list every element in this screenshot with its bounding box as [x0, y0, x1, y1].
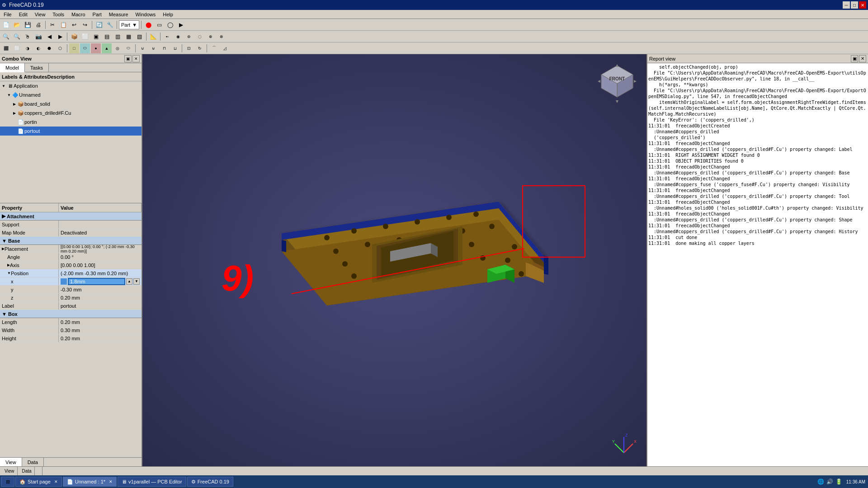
combo-close-button[interactable]: ✕ — [132, 55, 140, 62]
tb-zoom-in[interactable]: 🔍 — [12, 32, 22, 42]
tree-row-portin[interactable]: ▶ 📄 portin — [0, 117, 142, 127]
tb-redo[interactable]: ↪ — [80, 20, 90, 30]
prop-val-mapmode[interactable]: Deactivated — [59, 229, 142, 236]
prop-val-support[interactable] — [59, 221, 142, 228]
maximize-button[interactable]: □ — [851, 1, 858, 9]
prop-val-width[interactable]: 0.30 mm — [59, 326, 142, 334]
tree-row-portout[interactable]: ▶ 📄 portout — [0, 127, 142, 136]
taskbar-btn-freecad[interactable]: ⚙ FreeCAD 0.19 — [187, 477, 233, 487]
prop-val-placement[interactable]: [(0.00 0.00 1.00); 0.00 °; (-2.00 mm -0.… — [59, 245, 142, 253]
prop-val-height[interactable]: 0.20 mm — [59, 334, 142, 342]
tb-camera[interactable]: 📷 — [33, 32, 43, 42]
tb-b1[interactable]: ▪▫ — [162, 32, 172, 42]
status-data-tab[interactable]: Data — [19, 467, 35, 475]
tb-prev-view[interactable]: ◀ — [44, 32, 54, 42]
tb-save[interactable]: 💾 — [23, 20, 33, 30]
workbench-dropdown[interactable]: Part ▼ — [119, 20, 139, 29]
tab-model[interactable]: Model — [0, 63, 25, 72]
menu-view[interactable]: View — [31, 10, 49, 19]
x-value-input[interactable]: 1.8mm — [68, 278, 125, 285]
tb-next-view[interactable]: ▶ — [55, 32, 65, 42]
menu-measure[interactable]: Measure — [105, 10, 132, 19]
tb-b5[interactable]: ⊕ — [206, 32, 216, 42]
prop-val-x[interactable]: 1.8mm ▲ ▼ — [59, 277, 142, 285]
menu-tools[interactable]: Tools — [49, 10, 68, 19]
tb-copy[interactable]: 📋 — [58, 20, 68, 30]
taskbar-btn-unnamed[interactable]: 📄 Unnamed : 1* ✕ — [63, 477, 117, 487]
prop-val-label[interactable]: portout — [59, 302, 142, 310]
tb-back[interactable]: ▣ — [91, 32, 101, 42]
startpage-close-icon[interactable]: ✕ — [54, 479, 58, 484]
props-section-box[interactable]: ▼ Box — [0, 310, 142, 318]
props-section-attachment[interactable]: ▶ Attachment — [0, 212, 142, 221]
tb-play[interactable]: ▶ — [176, 20, 186, 30]
tb-measure[interactable]: 📐 — [148, 32, 158, 42]
tb-b4[interactable]: ◌ — [195, 32, 205, 42]
prop-val-angle[interactable]: 0.00 ° — [59, 253, 142, 261]
taskbar-btn-startpage[interactable]: 🏠 Start page ✕ — [15, 477, 62, 487]
tb-b3[interactable]: ⊚ — [184, 32, 194, 42]
x-spin-up[interactable]: ▲ — [126, 278, 132, 285]
tb-undo[interactable]: ↩ — [69, 20, 79, 30]
tab-view[interactable]: View — [0, 458, 22, 466]
tb-tube[interactable]: ⬭ — [123, 43, 133, 53]
combo-undock-button[interactable]: ▣ — [124, 55, 132, 62]
prop-val-length[interactable]: 0.20 mm — [59, 318, 142, 326]
tree-row-application[interactable]: ▼ 🖥 Application — [0, 81, 142, 90]
prop-val-z[interactable]: 0.20 mm — [59, 294, 142, 301]
tb-bool4[interactable]: ⊔ — [170, 43, 180, 53]
tb-torus[interactable]: ◎ — [113, 43, 123, 53]
tb-b2[interactable]: ◉ — [173, 32, 183, 42]
tb-stop[interactable]: ⬤ — [143, 20, 153, 30]
tb-c3[interactable]: ◑ — [23, 43, 33, 53]
taskbar-btn-pcb[interactable]: 🖥 v1parallel — PCB Editor — [118, 477, 186, 487]
menu-help[interactable]: Help — [159, 10, 177, 19]
report-undock-button[interactable]: ▣ — [851, 55, 858, 62]
menu-part[interactable]: Part — [89, 10, 105, 19]
tb-rect[interactable]: ▭ — [154, 20, 164, 30]
tree-row-board-solid[interactable]: ▶ 📦 board_solid — [0, 99, 142, 108]
tb-cylinder[interactable]: ⬭ — [80, 43, 90, 53]
viewport[interactable]: 9) FRONT — [142, 54, 646, 466]
tb-3d-box[interactable]: 📦 — [69, 32, 79, 42]
tb-c1[interactable]: ⬛ — [1, 43, 11, 53]
tb-open[interactable]: 📂 — [12, 20, 22, 30]
tb-extrude[interactable]: ⊡ — [184, 43, 194, 53]
tb-c6[interactable]: ⬡ — [55, 43, 65, 53]
tb-refresh[interactable]: 🔄 — [94, 20, 104, 30]
status-view-tab[interactable]: View — [2, 467, 18, 475]
tb-revolve[interactable]: ↻ — [195, 43, 205, 53]
tb-fillet[interactable]: ⌒ — [209, 43, 219, 53]
report-content[interactable]: self.objectChanged(obj, prop) File "C:\U… — [647, 63, 868, 466]
tb-chamfer[interactable]: ◿ — [220, 43, 230, 53]
tb-sphere-s[interactable]: ● — [91, 43, 101, 53]
tree-row-unnamed[interactable]: ▼ 🔷 Unnamed — [0, 90, 142, 99]
menu-file[interactable]: File — [0, 10, 15, 19]
prop-val-position[interactable]: (-2.00 mm -0.30 mm 0.20 mm) — [59, 269, 142, 277]
props-section-base[interactable]: ▼ Base — [0, 237, 142, 245]
prop-val-axis[interactable]: [0.00 0.00 1.00] — [59, 261, 142, 269]
close-button[interactable]: ✕ — [859, 1, 866, 9]
tb-new[interactable]: 📄 — [1, 20, 11, 30]
x-spin-down[interactable]: ▼ — [133, 278, 140, 285]
tb-cut[interactable]: ✂ — [47, 20, 57, 30]
menu-windows[interactable]: Windows — [132, 10, 160, 19]
tb-settings[interactable]: 🔧 — [105, 20, 115, 30]
tb-bool1[interactable]: ⊍ — [137, 43, 147, 53]
tb-left[interactable]: ▦ — [123, 32, 133, 42]
tb-bottom[interactable]: ▥ — [113, 32, 123, 42]
start-button[interactable]: ⊞ — [1, 477, 14, 487]
tab-tasks[interactable]: Tasks — [25, 63, 49, 72]
tab-data[interactable]: Data — [22, 458, 44, 466]
nav-cube[interactable]: FRONT — [597, 63, 637, 104]
tb-top[interactable]: ▤ — [102, 32, 112, 42]
tb-bool2[interactable]: ⊎ — [148, 43, 158, 53]
minimize-button[interactable]: ─ — [843, 1, 850, 9]
tb-sphere[interactable]: ◯ — [165, 20, 175, 30]
report-close-button[interactable]: ✕ — [859, 55, 866, 62]
tb-front[interactable]: ⬜ — [80, 32, 90, 42]
viewport-3d[interactable]: 9) FRONT — [142, 54, 646, 466]
unnamed-close-icon[interactable]: ✕ — [109, 479, 113, 484]
tb-box-shape[interactable]: □ — [69, 43, 79, 53]
tb-bool3[interactable]: ⊓ — [159, 43, 169, 53]
